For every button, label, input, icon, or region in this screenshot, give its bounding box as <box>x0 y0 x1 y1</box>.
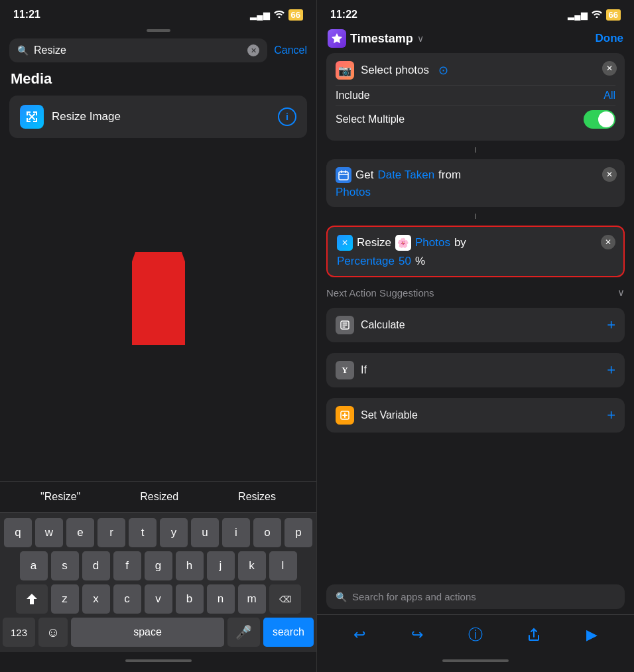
percentage-word[interactable]: Percentage <box>337 255 395 268</box>
suggestion-if[interactable]: Y If + <box>326 353 625 387</box>
shift-key[interactable] <box>16 584 48 614</box>
done-button[interactable]: Done <box>596 32 624 45</box>
suggestion-calculate[interactable]: Calculate + <box>326 308 625 342</box>
key-z[interactable]: z <box>51 584 79 614</box>
key-emoji[interactable]: ☺ <box>38 618 68 647</box>
resize-line-1: ✕ Resize 🌸 Photos by <box>337 235 614 251</box>
resize-image-action[interactable]: Resize Image i <box>9 96 307 138</box>
key-a[interactable]: a <box>20 551 48 580</box>
redo-button[interactable]: ↪ <box>403 620 432 649</box>
key-x[interactable]: x <box>82 584 110 614</box>
autocomplete-resized[interactable]: Resized <box>135 488 184 505</box>
include-label: Include <box>336 90 370 101</box>
key-c[interactable]: c <box>113 584 141 614</box>
backspace-key[interactable]: ⌫ <box>269 584 301 614</box>
search-bar-row: 🔍 Resize ✕ Cancel <box>0 38 316 70</box>
next-actions-chevron-icon[interactable]: ∨ <box>617 287 625 299</box>
key-mic: 🎤 <box>227 618 260 647</box>
bottom-search-bar[interactable]: 🔍 Search for apps and actions <box>326 584 625 609</box>
calculate-label: Calculate <box>361 319 600 331</box>
bottom-toolbar: ↩ ↪ ⓘ ▶ <box>317 614 634 652</box>
next-actions-header: Next Action Suggestions ∨ <box>326 283 625 302</box>
resize-value[interactable]: 50 <box>399 255 411 268</box>
select-multiple-label: Select Multiple <box>336 113 405 125</box>
if-add-button[interactable]: + <box>607 362 615 379</box>
autocomplete-resizes[interactable]: Resizes <box>233 488 281 505</box>
status-icons-right: ▂▄▆ 66 <box>568 9 621 21</box>
svg-point-3 <box>596 16 598 18</box>
key-space[interactable]: space <box>71 618 224 647</box>
shortcut-name: Timestamp <box>350 32 413 46</box>
key-b[interactable]: b <box>176 584 204 614</box>
key-j[interactable]: j <box>207 551 235 580</box>
key-o[interactable]: o <box>253 518 281 547</box>
info-button[interactable]: i <box>278 107 296 126</box>
key-q[interactable]: q <box>4 518 32 547</box>
key-w[interactable]: w <box>35 518 63 547</box>
calculate-add-button[interactable]: + <box>607 316 615 334</box>
keyboard-bottom-row: 123 ☺ space 🎤 search <box>3 618 314 647</box>
key-y[interactable]: y <box>160 518 188 547</box>
key-l[interactable]: l <box>269 551 297 580</box>
resize-image-label: Resize Image <box>52 110 270 123</box>
status-bar-right: 11:22 ▂▄▆ 66 <box>317 0 634 29</box>
key-v[interactable]: v <box>145 584 172 614</box>
resize-inline-icon: ✕ <box>337 235 353 251</box>
key-p[interactable]: p <box>285 518 312 547</box>
share-button[interactable] <box>519 620 548 649</box>
key-u[interactable]: u <box>191 518 219 547</box>
undo-button[interactable]: ↩ <box>345 620 374 649</box>
key-f[interactable]: f <box>113 551 141 580</box>
status-icons-left: ▂▄▆ 66 <box>250 9 303 21</box>
include-value[interactable]: All <box>603 90 615 101</box>
play-button[interactable]: ▶ <box>577 620 606 649</box>
percent-sign: % <box>415 255 425 268</box>
select-photos-expand[interactable]: ⊙ <box>438 63 448 78</box>
photos-word-resize[interactable]: Photos <box>415 236 450 249</box>
time-left: 11:21 <box>13 9 40 21</box>
photos-word-get[interactable]: Photos <box>336 186 371 198</box>
key-i[interactable]: i <box>222 518 250 547</box>
key-k[interactable]: k <box>238 551 266 580</box>
key-123[interactable]: 123 <box>3 618 35 647</box>
arrow-area <box>0 138 316 481</box>
key-e[interactable]: e <box>66 518 94 547</box>
if-label: If <box>361 364 600 376</box>
get-date-card: ✕ Get Date Taken from Photos <box>326 159 625 207</box>
if-icon: Y <box>336 361 354 379</box>
from-word: from <box>438 168 461 182</box>
key-s[interactable]: s <box>51 551 79 580</box>
cancel-button[interactable]: Cancel <box>274 44 307 56</box>
key-n[interactable]: n <box>207 584 235 614</box>
resize-line-2: Percentage 50 % <box>337 255 614 268</box>
status-bar-left: 11:21 ▂▄▆ 66 <box>0 0 316 29</box>
select-photos-header: 📷 Select photos ⊙ <box>336 61 615 80</box>
search-key[interactable]: search <box>263 618 314 647</box>
chevron-down-icon[interactable]: ∨ <box>417 33 424 44</box>
red-arrow <box>132 252 185 368</box>
set-variable-add-button[interactable]: + <box>607 407 615 424</box>
photos-inline-icon: 🌸 <box>395 235 411 251</box>
info-toolbar-button[interactable]: ⓘ <box>461 620 490 649</box>
signal-icon-left: ▂▄▆ <box>250 10 269 20</box>
autocomplete-resize-quoted[interactable]: "Resize" <box>35 488 86 505</box>
get-date-close[interactable]: ✕ <box>602 167 617 182</box>
right-header: Timestamp ∨ Done <box>317 29 634 53</box>
search-clear-button[interactable]: ✕ <box>247 44 259 56</box>
key-h[interactable]: h <box>176 551 204 580</box>
resize-word: Resize <box>357 236 391 249</box>
select-multiple-toggle[interactable] <box>584 110 615 129</box>
date-taken-word[interactable]: Date Taken <box>377 168 434 182</box>
home-bar-right <box>442 659 509 662</box>
search-field[interactable]: 🔍 Resize ✕ <box>9 38 267 62</box>
key-d[interactable]: d <box>82 551 110 580</box>
key-t[interactable]: t <box>129 518 157 547</box>
search-input[interactable]: Resize <box>34 44 242 56</box>
resize-close[interactable]: ✕ <box>601 235 615 249</box>
key-r[interactable]: r <box>97 518 125 547</box>
suggestion-set-variable[interactable]: Set Variable + <box>326 398 625 433</box>
key-m[interactable]: m <box>238 584 266 614</box>
time-right: 11:22 <box>330 9 357 21</box>
key-g[interactable]: g <box>145 551 172 580</box>
select-photos-close[interactable]: ✕ <box>602 61 617 76</box>
